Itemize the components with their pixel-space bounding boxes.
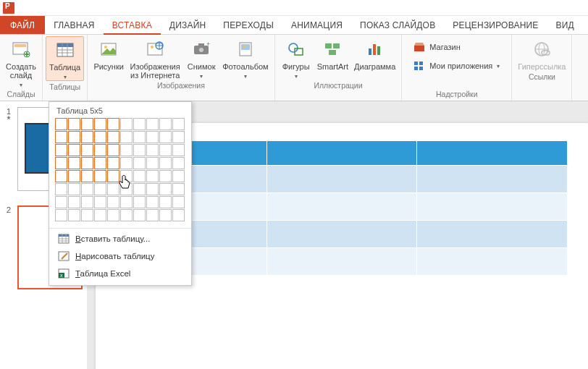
table-cell[interactable] (417, 248, 568, 276)
grid-cell[interactable] (94, 170, 106, 182)
grid-cell[interactable] (159, 118, 172, 130)
grid-cell[interactable] (133, 196, 146, 208)
grid-cell[interactable] (55, 157, 67, 169)
grid-cell[interactable] (120, 170, 133, 182)
shapes-button[interactable]: Фигуры ▾ (278, 36, 314, 80)
grid-cell[interactable] (68, 209, 80, 221)
grid-cell[interactable] (133, 209, 146, 221)
online-pictures-button[interactable]: Изображения из Интернета (127, 36, 183, 80)
grid-cell[interactable] (68, 118, 80, 130)
grid-cell[interactable] (120, 131, 133, 143)
grid-cell[interactable] (94, 196, 106, 208)
myapps-button[interactable]: Мои приложения ▾ (409, 59, 504, 72)
grid-cell[interactable] (107, 196, 119, 208)
grid-cell[interactable] (120, 183, 133, 195)
grid-cell[interactable] (55, 196, 67, 208)
table-cell[interactable] (266, 248, 417, 276)
grid-cell[interactable] (68, 144, 80, 156)
grid-cell[interactable] (133, 170, 146, 182)
tab-вставка[interactable]: ВСТАВКА (104, 16, 161, 35)
grid-cell[interactable] (120, 157, 133, 169)
grid-cell[interactable] (146, 183, 159, 195)
grid-cell[interactable] (172, 196, 185, 208)
grid-cell[interactable] (107, 131, 119, 143)
grid-cell[interactable] (146, 209, 159, 221)
table-cell[interactable] (417, 193, 568, 221)
grid-cell[interactable] (159, 196, 172, 208)
grid-cell[interactable] (146, 118, 159, 130)
grid-cell[interactable] (55, 144, 67, 156)
table-size-grid[interactable] (49, 118, 191, 226)
grid-cell[interactable] (81, 157, 93, 169)
grid-cell[interactable] (68, 157, 80, 169)
grid-cell[interactable] (94, 118, 106, 130)
tab-анимация[interactable]: АНИМАЦИЯ (282, 16, 351, 34)
grid-cell[interactable] (133, 144, 146, 156)
grid-cell[interactable] (68, 196, 80, 208)
grid-cell[interactable] (172, 131, 185, 143)
insert-table-item[interactable]: Вставить таблицу... (49, 230, 191, 247)
grid-cell[interactable] (159, 209, 172, 221)
grid-cell[interactable] (146, 157, 159, 169)
tab-file[interactable]: ФАЙЛ (0, 16, 45, 34)
screenshot-button[interactable]: + Снимок ▾ (183, 36, 219, 80)
grid-cell[interactable] (172, 183, 185, 195)
new-slide-button[interactable]: Создать слайд ▾ (3, 36, 39, 88)
grid-cell[interactable] (107, 183, 119, 195)
grid-cell[interactable] (55, 183, 67, 195)
tab-вид[interactable]: ВИД (547, 16, 583, 34)
grid-cell[interactable] (159, 170, 172, 182)
grid-cell[interactable] (172, 144, 185, 156)
tab-рецензирование[interactable]: РЕЦЕНЗИРОВАНИЕ (444, 16, 547, 34)
grid-cell[interactable] (133, 157, 146, 169)
table-cell[interactable] (266, 193, 417, 221)
grid-cell[interactable] (159, 144, 172, 156)
grid-cell[interactable] (68, 131, 80, 143)
table-button[interactable]: Таблица ▾ (46, 36, 84, 81)
grid-cell[interactable] (94, 209, 106, 221)
grid-cell[interactable] (81, 183, 93, 195)
grid-cell[interactable] (55, 170, 67, 182)
photo-album-button[interactable]: Фотоальбом ▾ (219, 36, 272, 80)
grid-cell[interactable] (55, 131, 67, 143)
table-cell[interactable] (417, 166, 568, 193)
grid-cell[interactable] (94, 183, 106, 195)
chart-button[interactable]: Диаграмма (351, 36, 398, 71)
grid-cell[interactable] (107, 157, 119, 169)
grid-cell[interactable] (81, 144, 93, 156)
grid-cell[interactable] (133, 183, 146, 195)
grid-cell[interactable] (94, 157, 106, 169)
grid-cell[interactable] (107, 144, 119, 156)
grid-cell[interactable] (120, 118, 133, 130)
tab-переходы[interactable]: ПЕРЕХОДЫ (214, 16, 282, 34)
grid-cell[interactable] (81, 118, 93, 130)
grid-cell[interactable] (172, 209, 185, 221)
grid-cell[interactable] (120, 209, 133, 221)
grid-cell[interactable] (146, 196, 159, 208)
table-cell[interactable] (266, 221, 417, 248)
grid-cell[interactable] (81, 209, 93, 221)
grid-cell[interactable] (159, 131, 172, 143)
grid-cell[interactable] (146, 131, 159, 143)
grid-cell[interactable] (133, 131, 146, 143)
table-cell[interactable] (266, 166, 417, 193)
tab-главная[interactable]: ГЛАВНАЯ (45, 16, 103, 34)
grid-cell[interactable] (81, 131, 93, 143)
grid-cell[interactable] (120, 144, 133, 156)
draw-table-item[interactable]: Нарисовать таблицу (49, 247, 191, 265)
grid-cell[interactable] (172, 170, 185, 182)
grid-cell[interactable] (107, 118, 119, 130)
pictures-button[interactable]: Рисунки (91, 36, 127, 71)
table-header-cell[interactable] (417, 141, 568, 166)
grid-cell[interactable] (120, 196, 133, 208)
excel-table-item[interactable]: x Таблица Excel (49, 265, 191, 282)
tab-показ слайдов[interactable]: ПОКАЗ СЛАЙДОВ (351, 16, 444, 34)
table-cell[interactable] (417, 221, 568, 248)
grid-cell[interactable] (68, 183, 80, 195)
table-header-cell[interactable] (266, 141, 417, 166)
grid-cell[interactable] (94, 144, 106, 156)
grid-cell[interactable] (94, 131, 106, 143)
grid-cell[interactable] (55, 209, 67, 221)
grid-cell[interactable] (81, 170, 93, 182)
grid-cell[interactable] (81, 196, 93, 208)
